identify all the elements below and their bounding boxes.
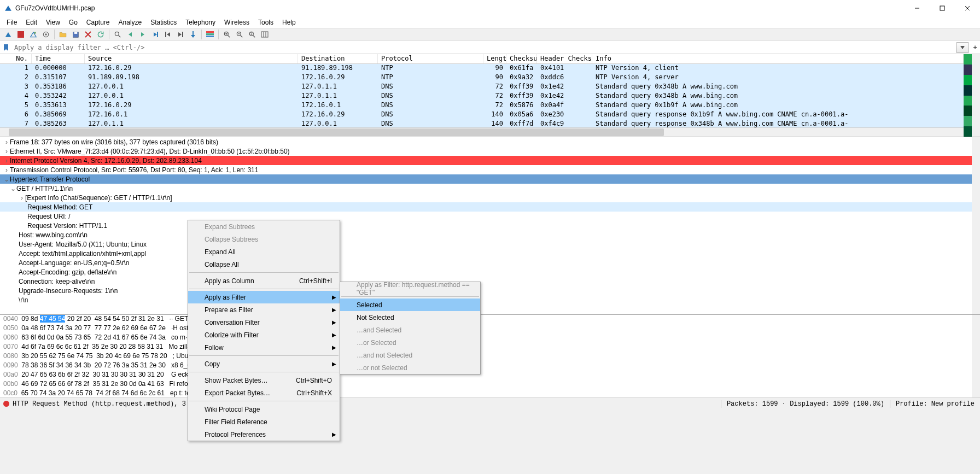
ctx-filter-selected[interactable]: Selected (340, 299, 480, 311)
packet-list-hscroll[interactable] (0, 127, 964, 137)
details-vscroll[interactable] (972, 137, 980, 314)
ctx-collapse-all[interactable]: Collapse All (188, 258, 340, 271)
hex-row[interactable]: 00c0 65 70 74 3a 20 74 65 78 74 2f 68 74… (0, 389, 980, 397)
ctx-filter-and-selected[interactable]: …and Selected (340, 324, 480, 336)
save-file-button[interactable] (69, 29, 81, 40)
ctx-export-packet-bytes[interactable]: Export Packet Bytes…Ctrl+Shift+X (188, 387, 340, 399)
detail-request-uri[interactable]: Request URI: / (0, 212, 980, 221)
colorize-button[interactable] (204, 29, 216, 40)
ctx-expand-all[interactable]: Expand All (188, 245, 340, 258)
expert-info-indicator[interactable] (3, 401, 9, 407)
menu-tools[interactable]: Tools (254, 17, 278, 27)
ctx-expand-subtrees[interactable]: Expand Subtrees (188, 220, 340, 233)
col-header-dest[interactable]: Destination (298, 54, 378, 63)
hex-row[interactable]: 00a0 20 47 65 63 6b 6f 2f 32 30 31 30 30… (0, 371, 980, 380)
packet-list-vscroll[interactable] (972, 54, 980, 137)
packet-minimap[interactable] (964, 54, 972, 137)
detail-crlf[interactable]: \r\n (0, 295, 980, 305)
go-last-button[interactable] (174, 29, 186, 40)
ctx-protocol-prefs[interactable]: Protocol Preferences▶ (188, 428, 340, 441)
detail-http[interactable]: ⌄Hypertext Transfer Protocol (0, 174, 980, 184)
packet-row[interactable]: 50.353613172.16.0.29172.16.0.1DNS720x587… (0, 101, 964, 110)
ctx-filter-or-not-selected[interactable]: …or not Selected (340, 361, 480, 374)
expand-icon[interactable]: › (3, 138, 10, 146)
menu-wireless[interactable]: Wireless (220, 17, 254, 27)
packet-row[interactable]: 60.385069172.16.0.1172.16.0.29DNS1400x05… (0, 110, 964, 120)
zoom-in-button[interactable] (221, 29, 233, 40)
col-header-hchecksum[interactable]: Header Checksum (537, 54, 592, 63)
ctx-filter-or-selected[interactable]: …or Selected (340, 336, 480, 349)
go-to-packet-button[interactable] (149, 29, 161, 40)
detail-tcp[interactable]: ›Transmission Control Protocol, Src Port… (0, 165, 980, 174)
menu-analyze[interactable]: Analyze (114, 17, 147, 27)
zoom-reset-button[interactable]: 1 (246, 29, 258, 40)
detail-accept-lang[interactable]: Accept-Language: en-US,en;q=0.5\r\n (0, 258, 980, 267)
find-packet-button[interactable] (112, 29, 124, 40)
col-header-time[interactable]: Time (32, 54, 85, 63)
auto-scroll-button[interactable] (187, 29, 199, 40)
add-filter-button[interactable]: + (970, 44, 980, 51)
hex-vscroll[interactable] (972, 315, 980, 397)
detail-expert[interactable]: ›[Expert Info (Chat/Sequence): GET / HTT… (0, 193, 980, 202)
expand-icon[interactable]: › (3, 157, 10, 165)
menu-telephony[interactable]: Telephony (181, 17, 220, 27)
detail-ip[interactable]: ›Internet Protocol Version 4, Src: 172.1… (0, 156, 980, 165)
ctx-colorize-with-filter[interactable]: Colorize with Filter▶ (188, 329, 340, 341)
ctx-filter-not-selected[interactable]: Not Selected (340, 311, 480, 324)
hex-row[interactable]: 0040 09 8d 47 45 54 20 2f 20 48 54 54 50… (0, 315, 980, 324)
filter-expression-button[interactable] (956, 42, 969, 53)
menu-go[interactable]: Go (65, 17, 82, 27)
detail-connection[interactable]: Connection: keep-alive\r\n (0, 277, 980, 286)
zoom-out-button[interactable] (234, 29, 246, 40)
ctx-prepare-as-filter[interactable]: Prepare as Filter▶ (188, 303, 340, 316)
ctx-show-packet-bytes[interactable]: Show Packet Bytes…Ctrl+Shift+O (188, 374, 340, 387)
detail-host[interactable]: Host: www.bing.com\r\n (0, 230, 980, 239)
menu-view[interactable]: View (42, 17, 65, 27)
packet-list-header[interactable]: No. Time Source Destination Protocol Len… (0, 54, 964, 64)
menu-help[interactable]: Help (278, 17, 300, 27)
expand-icon[interactable]: › (3, 148, 10, 155)
ctx-collapse-subtrees[interactable]: Collapse Subtrees (188, 233, 340, 245)
col-header-no[interactable]: No. (0, 54, 32, 63)
col-header-source[interactable]: Source (85, 54, 298, 63)
stop-capture-button[interactable] (15, 29, 27, 40)
start-capture-button[interactable] (2, 29, 14, 40)
packet-row[interactable]: 40.353242127.0.0.1127.0.1.1DNS720xff390x… (0, 92, 964, 101)
menu-statistics[interactable]: Statistics (146, 17, 181, 27)
detail-accept-enc[interactable]: Accept-Encoding: gzip, deflate\r\n (0, 267, 980, 277)
detail-request-method[interactable]: Request Method: GET (0, 202, 980, 212)
detail-request-version[interactable]: Request Version: HTTP/1.1 (0, 221, 980, 230)
ctx-wiki-protocol[interactable]: Wiki Protocol Page (188, 403, 340, 416)
open-file-button[interactable] (57, 29, 69, 40)
col-header-checksum[interactable]: Checksum (506, 54, 537, 63)
menu-file[interactable]: File (2, 17, 21, 27)
packet-row[interactable]: 30.353186127.0.0.1127.0.1.1DNS720xff390x… (0, 83, 964, 92)
detail-user-agent[interactable]: User-Agent: Mozilla/5.0 (X11; Ubuntu; Li… (0, 239, 980, 249)
hex-row[interactable]: 00b0 46 69 72 65 66 6f 78 2f 35 31 2e 30… (0, 380, 980, 389)
detail-frame[interactable]: ›Frame 18: 377 bytes on wire (3016 bits)… (0, 137, 980, 147)
menu-edit[interactable]: Edit (21, 17, 42, 27)
close-button[interactable] (955, 0, 980, 16)
hex-row[interactable]: 0080 3b 20 55 62 75 6e 74 75 3b 20 4c 69… (0, 352, 980, 361)
ctx-follow[interactable]: Follow▶ (188, 341, 340, 354)
go-next-button[interactable] (137, 29, 149, 40)
col-header-protocol[interactable]: Protocol (378, 54, 483, 63)
ctx-filter-field-ref[interactable]: Filter Field Reference (188, 416, 340, 428)
collapse-icon[interactable]: ⌄ (10, 185, 16, 192)
hex-row[interactable]: 0060 63 6f 6d 0d 0a 55 73 65 72 2d 41 67… (0, 333, 980, 343)
ctx-apply-as-column[interactable]: Apply as ColumnCtrl+Shift+I (188, 274, 340, 287)
collapse-icon[interactable]: ⌄ (3, 175, 10, 183)
restart-capture-button[interactable] (27, 29, 39, 40)
ctx-copy[interactable]: Copy▶ (188, 358, 340, 370)
ctx-apply-as-filter[interactable]: Apply as Filter▶ (188, 291, 340, 303)
ctx-filter-and-not-selected[interactable]: …and not Selected (340, 349, 480, 361)
capture-options-button[interactable] (40, 29, 52, 40)
col-header-length[interactable]: Length (483, 54, 506, 63)
packet-row[interactable]: 10.000000172.16.0.2991.189.89.198NTP900x… (0, 64, 964, 73)
ctx-conversation-filter[interactable]: Conversation Filter▶ (188, 316, 340, 329)
menu-capture[interactable]: Capture (82, 17, 114, 27)
packet-row[interactable]: 20.31510791.189.89.198172.16.0.29NTP900x… (0, 73, 964, 83)
resize-columns-button[interactable] (259, 29, 271, 40)
col-header-info[interactable]: Info (592, 54, 964, 63)
go-previous-button[interactable] (124, 29, 136, 40)
